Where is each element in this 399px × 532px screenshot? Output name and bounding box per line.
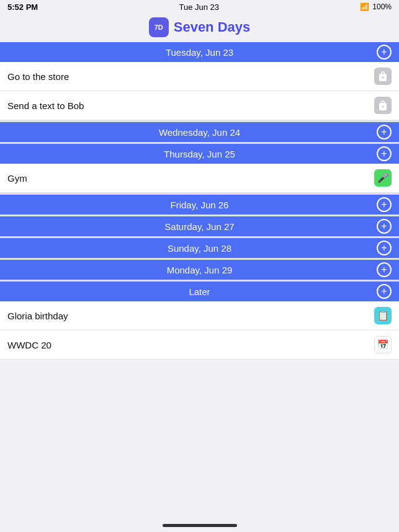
status-icons: 📶 100% <box>360 2 392 11</box>
task-row-tue-1[interactable]: Send a text to Bob <box>0 91 399 120</box>
task-icon-teal: 📋 <box>374 307 392 324</box>
sections-container: Tuesday, Jun 23 + Go to the store Send a… <box>0 42 399 360</box>
section-title-later: Later <box>22 286 377 297</box>
status-date: Tue Jun 23 <box>179 2 219 12</box>
section-title-wed: Wednesday, Jun 24 <box>22 127 377 138</box>
section-title-tue: Tuesday, Jun 23 <box>22 47 377 58</box>
task-icon-grey <box>374 97 392 114</box>
wifi-icon: 📶 <box>360 2 369 11</box>
status-bar: 5:52 PM Tue Jun 23 📶 100% <box>0 0 399 14</box>
section-title-sun: Sunday, Jun 28 <box>22 243 377 254</box>
task-icon-grey <box>374 68 392 85</box>
section-header-thu: Thursday, Jun 25 + <box>0 144 399 164</box>
add-task-button-tue[interactable]: + <box>377 45 392 60</box>
app-header: 7D Seven Days <box>0 14 399 42</box>
add-task-button-wed[interactable]: + <box>377 125 392 140</box>
add-task-button-sun[interactable]: + <box>377 241 392 255</box>
task-row-thu-0[interactable]: Gym 🎤 <box>0 164 399 193</box>
status-time: 5:52 PM <box>7 2 38 12</box>
task-row-later-0[interactable]: Gloria birthday 📋 <box>0 301 399 330</box>
section-header-tue: Tuesday, Jun 23 + <box>0 42 399 62</box>
section-title-thu: Thursday, Jun 25 <box>22 149 377 159</box>
section-header-fri: Friday, Jun 26 + <box>0 195 399 215</box>
section-header-later: Later + <box>0 282 399 301</box>
task-label-later-0: Gloria birthday <box>7 311 68 321</box>
battery-label: 100% <box>372 2 392 11</box>
task-icon-calendar: 📅 <box>374 336 392 353</box>
task-label-later-1: WWDC 20 <box>7 340 52 350</box>
section-title-mon: Monday, Jun 29 <box>22 265 377 275</box>
add-task-button-sat[interactable]: + <box>377 219 392 234</box>
section-header-sun: Sunday, Jun 28 + <box>0 238 399 258</box>
add-task-button-fri[interactable]: + <box>377 197 392 212</box>
task-label-tue-0: Go to the store <box>7 71 69 82</box>
add-task-button-mon[interactable]: + <box>377 262 392 277</box>
task-row-tue-0[interactable]: Go to the store <box>0 62 399 91</box>
task-row-later-1[interactable]: WWDC 20 📅 <box>0 330 399 360</box>
add-task-button-thu[interactable]: + <box>377 146 392 161</box>
task-icon-green: 🎤 <box>374 169 392 187</box>
home-indicator <box>163 524 237 527</box>
section-header-mon: Monday, Jun 29 + <box>0 260 399 280</box>
task-label-tue-1: Send a text to Bob <box>7 100 84 111</box>
section-header-sat: Saturday, Jun 27 + <box>0 216 399 236</box>
section-title-fri: Friday, Jun 26 <box>22 200 377 210</box>
add-task-button-later[interactable]: + <box>377 284 392 299</box>
section-header-wed: Wednesday, Jun 24 + <box>0 122 399 142</box>
app-title: Seven Days <box>174 19 251 35</box>
section-title-sat: Saturday, Jun 27 <box>22 221 377 232</box>
task-label-thu-0: Gym <box>7 173 27 184</box>
app-icon: 7D <box>149 17 169 37</box>
